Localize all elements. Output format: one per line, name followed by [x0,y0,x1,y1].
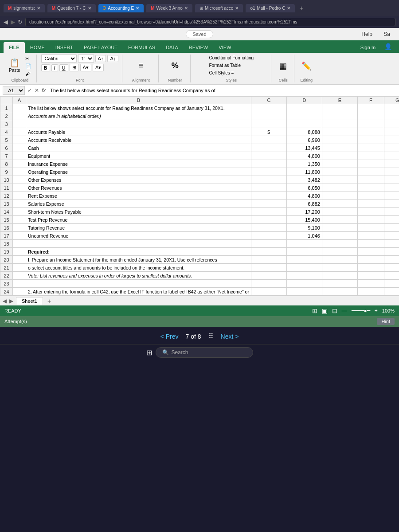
col-header-e[interactable]: E [322,97,357,104]
cell-18-d[interactable] [286,240,322,248]
cell-5-c[interactable] [251,136,286,144]
add-sheet-button[interactable]: + [47,297,51,305]
zoom-slider[interactable]: ━━━━●━ [352,308,370,314]
cell-8-a[interactable] [13,160,26,168]
cell-13-a[interactable] [13,200,26,208]
cell-18-f[interactable] [357,240,384,248]
cell-22-c[interactable] [251,272,286,280]
formula-cancel-icon[interactable]: ✕ [35,87,39,94]
cell-20-a[interactable] [13,256,26,264]
cell-18-b[interactable] [26,240,251,248]
cell-24-a[interactable] [13,288,26,296]
cell-9-c[interactable] [251,168,286,176]
tab-insert[interactable]: INSERT [50,42,78,53]
cell-16-g[interactable] [384,224,399,232]
cell-15-f[interactable] [357,216,384,224]
page-break-icon[interactable]: ⊟ [332,307,337,314]
cell-24-b[interactable]: 2. After entering the formula in cell C4… [26,288,251,296]
refresh-icon[interactable]: ↻ [18,19,23,25]
tab-formulas[interactable]: FORMULAS [123,42,160,53]
cell-16-c[interactable] [251,224,286,232]
formula-check-icon[interactable]: ✓ [27,87,32,94]
cell-16-b[interactable]: Tutoring Revenue [26,224,251,232]
prev-sheet-icon[interactable]: ◀ [3,298,7,304]
cell-6-b[interactable]: Cash [26,144,251,152]
cell-16-a[interactable] [13,224,26,232]
cell-17-e[interactable] [322,232,357,240]
col-header-f[interactable]: F [357,97,384,104]
cell-23-g[interactable] [384,280,399,288]
cell-11-a[interactable] [13,184,26,192]
cell-8-c[interactable] [251,160,286,168]
cell-19-d[interactable] [286,248,322,256]
tab-view[interactable]: VIEW [213,42,236,53]
cell-11-c[interactable] [251,184,286,192]
page-view-icon[interactable]: ▣ [322,307,328,314]
copy-button[interactable]: 📄 [24,63,33,70]
cell-24-f[interactable] [357,288,384,296]
format-painter-button[interactable]: 🖌 [24,70,33,77]
cell-12-a[interactable] [13,192,26,200]
tab-mail[interactable]: o1 Mail - Pedro C ✕ [246,4,295,12]
cell-1-b[interactable]: The list below shows select accounts for… [26,104,251,112]
cell-19-a[interactable] [13,248,26,256]
cell-14-f[interactable] [357,208,384,216]
cell-16-e[interactable] [322,224,357,232]
cell-4-e[interactable] [322,128,357,136]
cell-24-g[interactable] [384,288,399,296]
format-as-table-button[interactable]: Format as Table [208,62,242,69]
cell-8-b[interactable]: Insurance Expense [26,160,251,168]
tab-accounting[interactable]: O Accounting E ✕ [98,4,144,12]
cell-14-e[interactable] [322,208,357,216]
cell-12-b[interactable]: Rent Expense [26,192,251,200]
cell-9-g[interactable] [384,168,399,176]
cell-7-b[interactable]: Equipment [26,152,251,160]
formula-input[interactable] [48,87,396,94]
cell-14-d[interactable]: 17,200 [286,208,322,216]
cell-21-f[interactable] [357,264,384,272]
cell-19-g[interactable] [384,248,399,256]
italic-button[interactable]: I [51,64,58,71]
col-header-d[interactable]: D [286,97,322,104]
tab-close-week3[interactable]: ✕ [184,6,188,11]
cell-7-e[interactable] [322,152,357,160]
font-grow-button[interactable]: A↑ [95,55,106,62]
cell-16-d[interactable]: 9,100 [286,224,322,232]
cell-12-d[interactable]: 4,800 [286,192,322,200]
cell-14-g[interactable] [384,208,399,216]
cell-12-g[interactable] [384,192,399,200]
cell-1-g[interactable] [384,104,399,112]
cell-13-c[interactable] [251,200,286,208]
cell-8-e[interactable] [322,160,357,168]
cell-2-g[interactable] [384,112,399,120]
cell-3-a[interactable] [13,120,26,128]
cell-7-d[interactable]: 4,800 [286,152,322,160]
tab-question7[interactable]: M Question 7 - C ✕ [47,4,96,12]
cell-3-f[interactable] [357,120,384,128]
cell-reference-box[interactable]: A1 [3,86,25,95]
zoom-plus-icon[interactable]: + [375,308,378,314]
cell-18-c[interactable] [251,240,286,248]
cell-24-c[interactable] [251,288,286,296]
tab-week3[interactable]: M Week 3 Anno ✕ [146,4,192,12]
cell-22-e[interactable] [322,272,357,280]
cell-7-a[interactable] [13,152,26,160]
cell-4-c[interactable]: $ [251,128,286,136]
cell-6-g[interactable] [384,144,399,152]
cell-12-f[interactable] [357,192,384,200]
cell-6-c[interactable] [251,144,286,152]
paste-button[interactable]: 📋 Paste [7,58,22,74]
cell-7-f[interactable] [357,152,384,160]
cell-19-e[interactable] [322,248,357,256]
cell-7-g[interactable] [384,152,399,160]
cell-23-b[interactable] [26,280,251,288]
cell-10-e[interactable] [322,176,357,184]
address-input[interactable]: ducation.com/ext/map/index.html?_con=con… [25,18,395,26]
sheet1-tab[interactable]: Sheet1 [16,297,43,305]
next-button[interactable]: Next > [221,333,239,340]
cell-11-e[interactable] [322,184,357,192]
cell-10-c[interactable] [251,176,286,184]
cell-9-a[interactable] [13,168,26,176]
cell-5-d[interactable]: 6,960 [286,136,322,144]
conditional-formatting-button[interactable]: Conditional Formatting [208,55,254,61]
